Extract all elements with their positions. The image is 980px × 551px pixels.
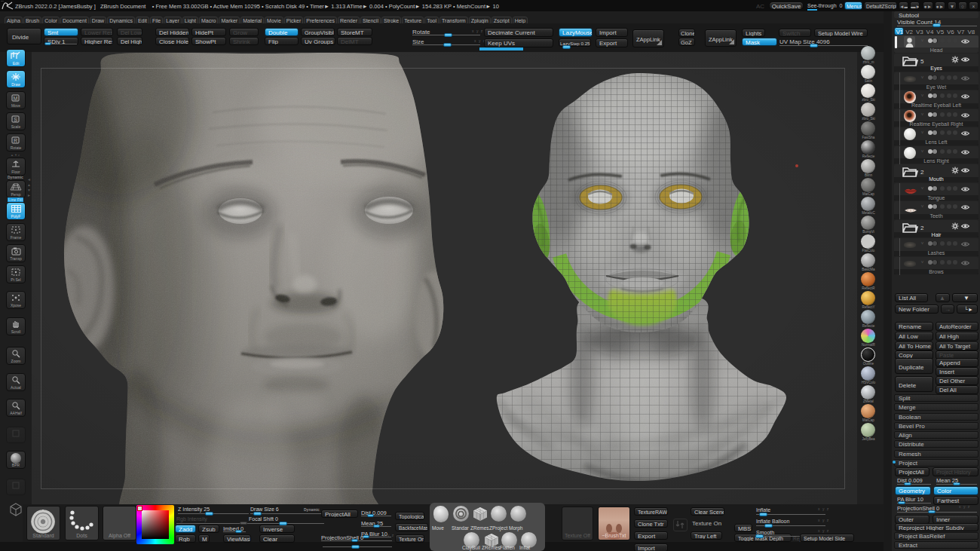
svg-text:S: S: [14, 117, 17, 122]
svg-text:M: M: [14, 96, 18, 101]
svg-text:R: R: [14, 138, 17, 143]
